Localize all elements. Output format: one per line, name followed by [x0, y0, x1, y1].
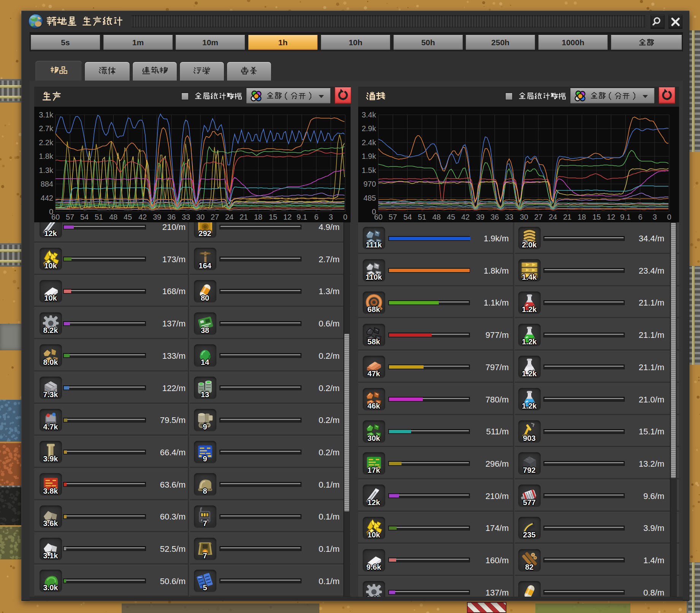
svg-text:1.9k: 1.9k	[362, 152, 376, 160]
svg-text:39: 39	[476, 213, 484, 221]
svg-text:48: 48	[432, 213, 441, 221]
svg-text:24: 24	[225, 213, 233, 221]
svg-text:1.8k: 1.8k	[39, 152, 54, 160]
svg-text:3.1k: 3.1k	[39, 111, 54, 119]
svg-text:0: 0	[343, 213, 347, 221]
svg-text:2.2k: 2.2k	[39, 138, 54, 147]
svg-text:12: 12	[283, 213, 292, 221]
svg-text:6: 6	[314, 213, 318, 221]
svg-text:30: 30	[520, 213, 528, 221]
svg-text:30: 30	[196, 213, 205, 221]
svg-text:12: 12	[607, 213, 615, 221]
svg-text:39: 39	[153, 213, 161, 221]
svg-text:15: 15	[592, 213, 601, 221]
svg-text:2.9k: 2.9k	[362, 124, 376, 133]
svg-text:51: 51	[418, 213, 426, 221]
svg-text:6: 6	[638, 213, 642, 221]
svg-text:48: 48	[109, 213, 117, 221]
svg-text:485: 485	[363, 194, 376, 202]
svg-text:57: 57	[66, 213, 74, 221]
svg-text:15: 15	[269, 213, 277, 221]
svg-text:1.5k: 1.5k	[362, 166, 376, 174]
svg-text:21: 21	[563, 213, 571, 221]
svg-text:42: 42	[138, 213, 147, 221]
svg-text:51: 51	[95, 213, 103, 221]
svg-text:36: 36	[167, 213, 176, 221]
svg-text:0: 0	[667, 213, 671, 221]
svg-text:18: 18	[254, 213, 262, 221]
svg-text:54: 54	[80, 213, 89, 221]
svg-text:9.1: 9.1	[620, 213, 631, 221]
svg-text:21: 21	[240, 213, 248, 221]
svg-text:3.4k: 3.4k	[362, 111, 376, 119]
svg-text:1.3k: 1.3k	[39, 166, 54, 174]
svg-text:45: 45	[447, 213, 455, 221]
svg-text:27: 27	[211, 213, 219, 221]
svg-text:9.1: 9.1	[297, 213, 307, 221]
svg-text:27: 27	[534, 213, 543, 221]
svg-text:884: 884	[41, 180, 53, 188]
svg-text:970: 970	[363, 180, 376, 188]
svg-text:42: 42	[461, 213, 470, 221]
svg-text:60: 60	[51, 213, 60, 221]
svg-text:45: 45	[124, 213, 132, 221]
svg-text:33: 33	[505, 213, 513, 221]
svg-text:2.4k: 2.4k	[362, 138, 376, 147]
svg-text:33: 33	[182, 213, 190, 221]
svg-text:2.7k: 2.7k	[39, 124, 54, 133]
svg-text:54: 54	[403, 213, 412, 221]
svg-text:3: 3	[652, 213, 657, 221]
svg-text:18: 18	[578, 213, 586, 221]
svg-text:60: 60	[374, 213, 383, 221]
svg-text:24: 24	[549, 213, 557, 221]
svg-text:442: 442	[41, 194, 53, 202]
svg-text:36: 36	[490, 213, 499, 221]
svg-text:3: 3	[329, 213, 333, 221]
svg-text:57: 57	[389, 213, 397, 221]
